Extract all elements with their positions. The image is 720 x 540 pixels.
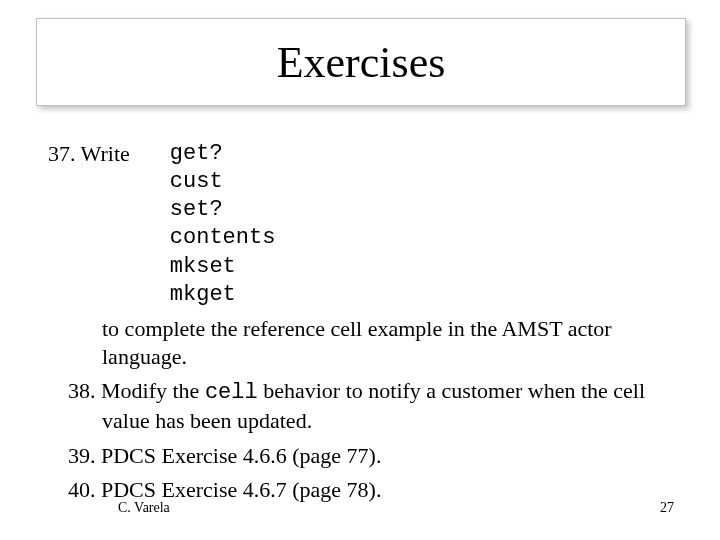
footer-page-number: 27 <box>660 500 674 516</box>
exercise-37-tail: to complete the reference cell example i… <box>48 315 672 371</box>
exercise-37-code: get? cust set? contents mkset mkget <box>170 140 276 309</box>
slide-body: 37. Write get? cust set? contents mkset … <box>48 140 672 504</box>
exercise-39: 39. PDCS Exercise 4.6.6 (page 77). <box>48 442 672 470</box>
exercise-38: 38. Modify the cell behavior to notify a… <box>48 377 672 435</box>
footer-author: C. Varela <box>118 500 170 516</box>
exercise-37-lead: 37. Write <box>48 140 130 168</box>
exercise-37: 37. Write get? cust set? contents mkset … <box>48 140 672 309</box>
slide-title: Exercises <box>277 37 446 88</box>
exercise-38-pre: 38. Modify the <box>68 378 205 403</box>
title-box: Exercises <box>36 18 686 106</box>
slide: Exercises 37. Write get? cust set? conte… <box>0 0 720 540</box>
exercise-38-code: cell <box>205 380 258 405</box>
